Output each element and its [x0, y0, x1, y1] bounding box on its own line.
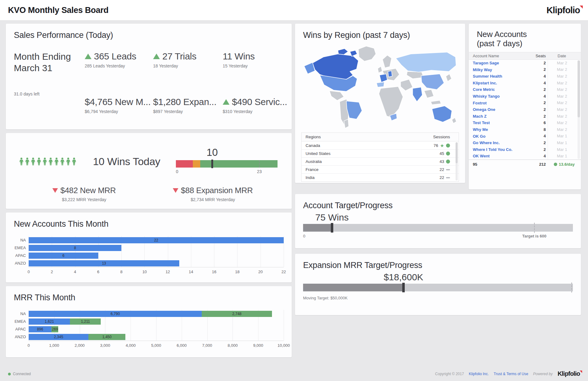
klipfolio-logo: Klipfolio [546, 5, 580, 15]
klipfolio-footer-logo[interactable]: Klipfolio [558, 370, 580, 377]
account-row: Whisky Tango 4 Mar 2 [469, 93, 581, 100]
account-name-link[interactable]: OK Go [469, 134, 529, 139]
x-tick-label: 6 [97, 270, 99, 274]
expansion-target-card: Expansion MRR Target/Progress $18,600K M… [295, 254, 581, 315]
accounts-scrollbar[interactable] [578, 60, 580, 159]
scrollbar-thumb[interactable] [456, 142, 458, 163]
accounts-rate: 13.6/day [548, 162, 581, 167]
mrr-month-title: MRR This Month [14, 293, 284, 302]
account-name-link[interactable]: Test Test [469, 120, 529, 125]
axis-min-label: 0 [303, 234, 305, 238]
bar-row: 896 269 [29, 325, 284, 333]
account-row: Summer Health 4 Mar 2 [469, 73, 581, 80]
mrr-stacked-bar-chart: NAEMEAAPACANZO 6,790 2,748 1,621 1,211 8… [14, 310, 284, 348]
account-name-link[interactable]: Taragon Sage [469, 61, 529, 65]
x-tick-label: 7,000 [202, 343, 212, 348]
region-name: United States [302, 151, 390, 156]
new-accounts-month-card: New Accounts This Month NAEMEAAPACANZO 2… [6, 213, 292, 282]
account-name-link[interactable]: OK Went [469, 154, 529, 158]
wins-bullet-gauge: 10 0 23 [176, 148, 278, 175]
metric-value: $4,765 New M... [85, 97, 151, 107]
wins-today-row: 10 Wins Today 10 0 23 [14, 148, 284, 175]
title-line-1: New Accounts [477, 30, 581, 39]
region-row[interactable]: India 22 [302, 173, 459, 181]
bar-value-label: 1,450 [102, 335, 112, 339]
bar-segment: 2,345 [29, 334, 88, 340]
account-row: Core Metric 2 Mar 2 [469, 86, 581, 93]
company-link[interactable]: Klipfolio Inc. [469, 372, 489, 376]
connected-dot-icon [8, 373, 11, 375]
account-target-title: Account Target/Progress [303, 201, 573, 210]
bar-value-label: 22 [154, 238, 158, 242]
metric: 27 Trials 18 Yesterday [153, 51, 223, 97]
chart-x-axis: 0246810121416182022 [29, 267, 284, 275]
metric-subtitle: $6,794 Yesterday [85, 109, 153, 114]
target-bar [303, 284, 573, 291]
top-bar: KVO Monthly Sales Board Klipfolio [0, 0, 588, 21]
account-name-link[interactable]: Klipstart Inc. [469, 81, 529, 85]
account-name-link[interactable]: Why Me [469, 127, 529, 132]
wins-by-region-title: Wins by Region (past 7 days) [303, 30, 460, 40]
new-accounts-month-title: New Accounts This Month [14, 219, 284, 229]
x-tick-label: 10 [142, 270, 147, 274]
account-name-link[interactable]: Summer Health [469, 74, 529, 79]
account-name-link[interactable]: Where I Told You Co. [469, 147, 529, 152]
account-name-link[interactable]: Go Where Inc. [469, 140, 529, 145]
account-seats: 2 [529, 113, 548, 120]
wins-mrr-metrics: $482 New MRR $3,222 MRR Yesterday $88 Ex… [14, 186, 284, 202]
account-name-link[interactable]: Whisky Tango [469, 94, 529, 99]
target-line [534, 223, 535, 233]
x-tick-label: 9,000 [253, 343, 263, 348]
account-name-link[interactable]: Mach Z [469, 114, 529, 119]
account-seats: 2 [529, 140, 548, 146]
region-row[interactable]: Canada 76★ [302, 141, 459, 149]
value-marker [331, 223, 333, 233]
account-seats: 2 [529, 146, 548, 153]
account-row: OK Go 4 Mar 1 [469, 133, 581, 140]
region-row[interactable]: Australia 43 [302, 157, 459, 165]
account-date: Mar 1 [548, 140, 576, 146]
gray-dash-icon [446, 169, 450, 170]
bar-segment: 896 [29, 326, 51, 332]
x-tick-label: 4,000 [126, 343, 136, 348]
category-label: NA [14, 310, 26, 318]
account-name-link[interactable]: Core Metric [469, 87, 529, 92]
metric: $4,765 New M... $6,794 Yesterday [85, 97, 153, 114]
metric-subtitle: 285 Leads Yesterday [85, 63, 153, 68]
accounts-table-header: Account Name Seats Date [469, 52, 581, 60]
region-row[interactable]: United States 45 [302, 149, 459, 157]
regions-scrollbar[interactable] [456, 142, 458, 180]
category-label: ANZO [14, 259, 26, 267]
person-icon [19, 154, 24, 169]
scrollbar-thumb[interactable] [578, 60, 580, 118]
account-name-link[interactable]: Omega One [469, 107, 529, 112]
person-icon [66, 154, 71, 169]
x-tick-label: 1,000 [49, 343, 59, 348]
bar-row: 6 [29, 252, 284, 259]
account-name-link[interactable]: Milky Way [469, 67, 529, 72]
region-name: Canada [302, 143, 390, 148]
bar-value-label: 1,621 [45, 319, 54, 324]
person-icon [30, 154, 36, 169]
account-target-gauge: 75 Wins 0 Target is 600 [303, 224, 573, 240]
target-axis: 0 Target is 600 [303, 234, 573, 240]
mrr-month-card: MRR This Month NAEMEAAPACANZO 6,790 2,74… [6, 286, 292, 357]
regions-table-body: Canada 76★ United States 45 Australia 43… [302, 141, 459, 181]
x-tick-label: 12 [165, 270, 170, 274]
target-bar-fill [303, 224, 332, 232]
account-seats: 4 [529, 73, 548, 80]
account-name-link[interactable]: Foxtrot [469, 101, 529, 105]
rate-value: 13.6/day [559, 162, 574, 167]
account-date: Mar 1 [548, 146, 576, 153]
region-row[interactable]: France 22 [302, 165, 459, 173]
account-row: Omega One 2 Mar 2 [469, 106, 581, 113]
gauge-segment [193, 160, 200, 168]
x-tick-label: 16 [212, 270, 216, 274]
down-triangle-icon [173, 188, 178, 193]
account-date: Mar 2 [548, 99, 576, 106]
connection-status: Connected [8, 372, 31, 376]
category-label: APAC [14, 325, 26, 333]
terms-link[interactable]: Trust & Terms of Use [494, 372, 528, 376]
total-seats: 212 [529, 162, 548, 167]
connected-label: Connected [13, 372, 31, 376]
